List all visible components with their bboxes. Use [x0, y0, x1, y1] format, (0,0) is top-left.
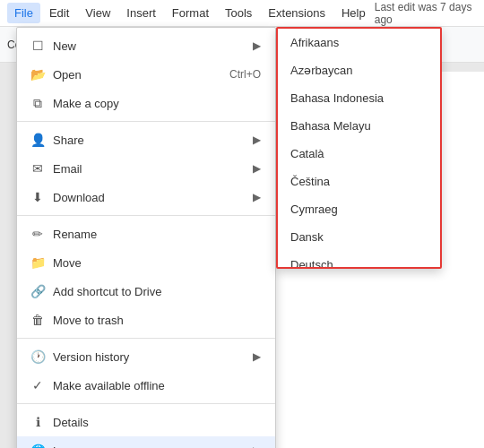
lang-bahasa-melayu[interactable]: Bahasa Melayu [278, 112, 440, 140]
menu-item-version-history[interactable]: 🕐 Version history ▶ [17, 342, 275, 371]
lang-afrikaans[interactable]: Afrikaans [278, 29, 440, 56]
menu-item-offline-label: Make available offline [53, 379, 165, 392]
lang-azerbaycan[interactable]: Azərbaycan [278, 56, 440, 84]
menu-item-language[interactable]: 🌐 Language ▶ [17, 436, 275, 448]
menu-item-trash-label: Move to trash [53, 314, 124, 327]
email-arrow-icon: ▶ [253, 162, 261, 175]
menu-item-details[interactable]: ℹ Details [17, 408, 275, 436]
menu-item-trash[interactable]: 🗑 Move to trash [17, 306, 275, 334]
menu-item-offline[interactable]: ✓ Make available offline [17, 371, 275, 400]
language-icon: 🌐 [30, 444, 46, 448]
menu-item-new-label: New [53, 39, 76, 53]
lang-bahasa-indonesia[interactable]: Bahasa Indonesia [278, 84, 440, 112]
lang-catala[interactable]: Català [278, 140, 440, 168]
file-menu: ☐ New ▶ 📂 Open Ctrl+O ⧉ Make a copy 👤 Sh… [16, 27, 276, 448]
menu-extensions[interactable]: Extensions [261, 3, 333, 23]
menu-item-rename[interactable]: ✏ Rename [17, 220, 275, 248]
menu-item-move[interactable]: 📁 Move [17, 248, 275, 277]
divider-4 [17, 403, 275, 404]
new-icon: ☐ [30, 39, 46, 53]
menu-item-email-label: Email [53, 162, 82, 176]
menu-bar: File Edit View Insert Format Tools Exten… [0, 0, 484, 27]
download-arrow-icon: ▶ [253, 191, 261, 203]
copy-icon: ⧉ [30, 96, 46, 111]
menu-tools[interactable]: Tools [218, 3, 259, 23]
menu-file[interactable]: File [7, 3, 40, 23]
menu-item-move-label: Move [53, 256, 82, 270]
trash-icon: 🗑 [30, 313, 46, 327]
menu-item-details-label: Details [53, 416, 89, 429]
lang-deutsch[interactable]: Deutsch [278, 251, 440, 269]
menu-item-make-copy[interactable]: ⧉ Make a copy [17, 89, 275, 117]
menu-item-add-shortcut-label: Add shortcut to Drive [53, 285, 161, 298]
menu-item-share-label: Share [53, 134, 84, 147]
divider-3 [17, 338, 275, 339]
open-shortcut: Ctrl+O [229, 68, 261, 81]
version-arrow-icon: ▶ [253, 350, 261, 363]
open-icon: 📂 [30, 67, 46, 82]
lang-cymraeg[interactable]: Cymraeg [278, 195, 440, 223]
menu-item-download-label: Download [53, 191, 105, 204]
language-submenu: Afrikaans Azərbaycan Bahasa Indonesia Ba… [276, 27, 442, 269]
menu-item-language-label: Language [53, 444, 105, 449]
menu-edit[interactable]: Edit [42, 3, 76, 23]
language-arrow-icon: ▶ [253, 444, 261, 448]
menu-format[interactable]: Format [165, 3, 216, 23]
menu-item-rename-label: Rename [53, 228, 97, 241]
share-icon: 👤 [30, 133, 46, 147]
last-edit-text: Last edit was 7 days ago [375, 1, 477, 26]
offline-icon: ✓ [30, 378, 46, 392]
menu-help[interactable]: Help [334, 3, 373, 23]
divider-2 [17, 215, 275, 216]
menu-item-open[interactable]: 📂 Open Ctrl+O [17, 60, 275, 89]
new-arrow-icon: ▶ [253, 39, 261, 52]
shortcut-icon: 🔗 [30, 284, 46, 298]
menu-item-version-history-label: Version history [53, 350, 129, 364]
menu-item-new[interactable]: ☐ New ▶ [17, 31, 275, 60]
menu-item-email[interactable]: ✉ Email ▶ [17, 154, 275, 183]
menu-item-make-copy-label: Make a copy [53, 97, 119, 110]
download-icon: ⬇ [30, 190, 46, 204]
menu-item-share[interactable]: 👤 Share ▶ [17, 125, 275, 154]
divider-1 [17, 121, 275, 122]
share-arrow-icon: ▶ [253, 134, 261, 146]
menu-item-open-label: Open [53, 68, 82, 82]
menu-item-add-shortcut[interactable]: 🔗 Add shortcut to Drive [17, 277, 275, 306]
version-icon: 🕐 [30, 349, 46, 364]
rename-icon: ✏ [30, 227, 46, 241]
details-icon: ℹ [30, 415, 46, 429]
lang-dansk[interactable]: Dansk [278, 223, 440, 251]
menu-item-download[interactable]: ⬇ Download ▶ [17, 183, 275, 211]
menu-view[interactable]: View [78, 3, 117, 23]
move-icon: 📁 [30, 255, 46, 270]
email-icon: ✉ [30, 161, 46, 176]
lang-cestina[interactable]: Čeština [278, 168, 440, 195]
menu-insert[interactable]: Insert [119, 3, 163, 23]
